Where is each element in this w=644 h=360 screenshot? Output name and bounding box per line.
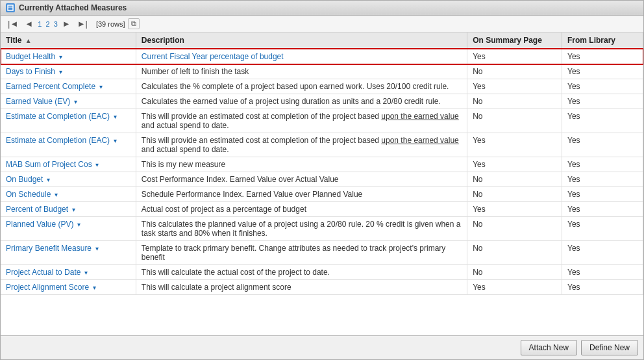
row-summary-cell: No: [467, 94, 562, 109]
dropdown-arrow-icon[interactable]: ▾: [72, 98, 77, 105]
row-title-cell[interactable]: Project Alignment Score ▾: [1, 280, 136, 295]
dropdown-arrow-icon[interactable]: ▾: [112, 137, 117, 144]
row-summary-cell: Yes: [467, 49, 562, 64]
row-library-cell: Yes: [562, 202, 643, 217]
dropdown-arrow-icon[interactable]: ▾: [94, 161, 99, 168]
table-row[interactable]: On Budget ▾Cost Performance Index. Earne…: [1, 172, 643, 187]
table-row[interactable]: MAB Sum of Project Cos ▾This is my new m…: [1, 157, 643, 172]
row-library-cell: Yes: [562, 133, 643, 157]
main-window: Currently Attached Measures |◄ ◄ 1 2 3 ►…: [0, 0, 644, 360]
row-library-cell: Yes: [562, 280, 643, 295]
row-library-cell: Yes: [562, 187, 643, 202]
dropdown-arrow-icon[interactable]: ▾: [82, 269, 88, 276]
row-description-cell: This will calculate a project alignment …: [136, 280, 467, 295]
copy-button[interactable]: ⧉: [128, 18, 140, 29]
row-summary-cell: No: [467, 241, 562, 265]
row-summary-cell: No: [467, 187, 562, 202]
row-description-cell: This will provide an estimated cost at c…: [136, 133, 467, 157]
row-summary-cell: Yes: [467, 157, 562, 172]
row-description-cell: This is my new measure: [136, 157, 467, 172]
row-summary-cell: Yes: [467, 280, 562, 295]
row-description-cell: Cost Performance Index. Earned Value ove…: [136, 172, 467, 187]
measures-table: Title ▲ Description On Summary Page From…: [1, 32, 643, 295]
row-description-cell: Number of left to finish the task: [136, 64, 467, 79]
row-title-cell[interactable]: Budget Health ▾: [1, 49, 136, 64]
table-row[interactable]: Project Actual to Date ▾This will calcul…: [1, 265, 643, 280]
table-row[interactable]: Planned Value (PV) ▾This calculates the …: [1, 217, 643, 241]
dropdown-arrow-icon[interactable]: ▾: [53, 191, 58, 198]
row-title-cell[interactable]: Percent of Budget ▾: [1, 202, 136, 217]
table-row[interactable]: On Schedule ▾Schedule Performance Index.…: [1, 187, 643, 202]
row-description-cell: Current Fiscal Year percentage of budget: [136, 49, 467, 64]
table-row[interactable]: Primary Benefit Measure ▾Template to tra…: [1, 241, 643, 265]
window-icon: [6, 3, 15, 12]
rows-count: [39 rows]: [96, 20, 125, 28]
row-library-cell: Yes: [562, 157, 643, 172]
row-title-cell[interactable]: On Budget ▾: [1, 172, 136, 187]
row-title-cell[interactable]: Estimate at Completion (EAC) ▾: [1, 133, 136, 157]
row-title-cell[interactable]: Earned Percent Complete ▾: [1, 79, 136, 94]
col-header-title[interactable]: Title ▲: [1, 32, 136, 49]
dropdown-arrow-icon[interactable]: ▾: [45, 176, 50, 183]
row-library-cell: Yes: [562, 79, 643, 94]
table-header-row: Title ▲ Description On Summary Page From…: [1, 32, 643, 49]
row-title-cell[interactable]: Planned Value (PV) ▾: [1, 217, 136, 241]
row-library-cell: Yes: [562, 265, 643, 280]
col-header-library[interactable]: From Library: [562, 32, 643, 49]
table-row[interactable]: Estimate at Completion (EAC) ▾This will …: [1, 133, 643, 157]
col-header-description[interactable]: Description: [136, 32, 467, 49]
prev-page-button[interactable]: ◄: [23, 18, 35, 29]
attach-new-button[interactable]: Attach New: [521, 340, 577, 355]
svg-rect-0: [8, 5, 13, 10]
row-summary-cell: No: [467, 172, 562, 187]
row-summary-cell: Yes: [467, 79, 562, 94]
table-row[interactable]: Days to Finish ▾Number of left to finish…: [1, 64, 643, 79]
row-library-cell: Yes: [562, 94, 643, 109]
row-description-cell: Schedule Performance Index. Earned Value…: [136, 187, 467, 202]
row-title-cell[interactable]: Estimate at Completion (EAC) ▾: [1, 109, 136, 133]
window-title: Currently Attached Measures: [19, 3, 127, 12]
row-summary-cell: No: [467, 265, 562, 280]
table-row[interactable]: Earned Value (EV) ▾Calculates the earned…: [1, 94, 643, 109]
dropdown-arrow-icon[interactable]: ▾: [70, 206, 75, 213]
table-row[interactable]: Budget Health ▾Current Fiscal Year perce…: [1, 49, 643, 64]
row-title-cell[interactable]: Days to Finish ▾: [1, 64, 136, 79]
row-title-cell[interactable]: Project Actual to Date ▾: [1, 265, 136, 280]
row-title-cell[interactable]: MAB Sum of Project Cos ▾: [1, 157, 136, 172]
row-summary-cell: Yes: [467, 202, 562, 217]
dropdown-arrow-icon[interactable]: ▾: [57, 53, 62, 60]
row-title-cell[interactable]: Primary Benefit Measure ▾: [1, 241, 136, 265]
row-description-cell: Template to track primary benefit. Chang…: [136, 241, 467, 265]
row-description-cell: Calculates the % complete of a project b…: [136, 79, 467, 94]
row-library-cell: Yes: [562, 172, 643, 187]
row-library-cell: Yes: [562, 217, 643, 241]
row-title-cell[interactable]: Earned Value (EV) ▾: [1, 94, 136, 109]
dropdown-arrow-icon[interactable]: ▾: [91, 284, 96, 291]
first-page-button[interactable]: |◄: [6, 18, 20, 29]
row-summary-cell: No: [467, 109, 562, 133]
next-page-button[interactable]: ►: [60, 18, 73, 29]
dropdown-arrow-icon[interactable]: ▾: [93, 245, 99, 252]
page-numbers: 1 2 3: [38, 20, 58, 28]
col-header-summary[interactable]: On Summary Page: [467, 32, 562, 49]
table-row[interactable]: Estimate at Completion (EAC) ▾This will …: [1, 109, 643, 133]
dropdown-arrow-icon[interactable]: ▾: [76, 221, 81, 228]
table-row[interactable]: Project Alignment Score ▾This will calcu…: [1, 280, 643, 295]
row-title-cell[interactable]: On Schedule ▾: [1, 187, 136, 202]
table-row[interactable]: Earned Percent Complete ▾Calculates the …: [1, 79, 643, 94]
last-page-button[interactable]: ►|: [75, 18, 90, 29]
row-summary-cell: No: [467, 217, 562, 241]
row-library-cell: Yes: [562, 49, 643, 64]
row-description-cell: Actual cost of project as a percentage o…: [136, 202, 467, 217]
row-library-cell: Yes: [562, 241, 643, 265]
table-row[interactable]: Percent of Budget ▾Actual cost of projec…: [1, 202, 643, 217]
title-bar: Currently Attached Measures: [1, 1, 643, 16]
dropdown-arrow-icon[interactable]: ▾: [97, 83, 103, 90]
dropdown-arrow-icon[interactable]: ▾: [112, 113, 117, 120]
row-library-cell: Yes: [562, 109, 643, 133]
table-container: Title ▲ Description On Summary Page From…: [1, 32, 643, 335]
define-new-button[interactable]: Define New: [581, 340, 638, 355]
toolbar: |◄ ◄ 1 2 3 ► ►| [39 rows] ⧉: [1, 16, 643, 32]
dropdown-arrow-icon[interactable]: ▾: [57, 68, 62, 75]
row-description-cell: This will calculate the actual cost of t…: [136, 265, 467, 280]
